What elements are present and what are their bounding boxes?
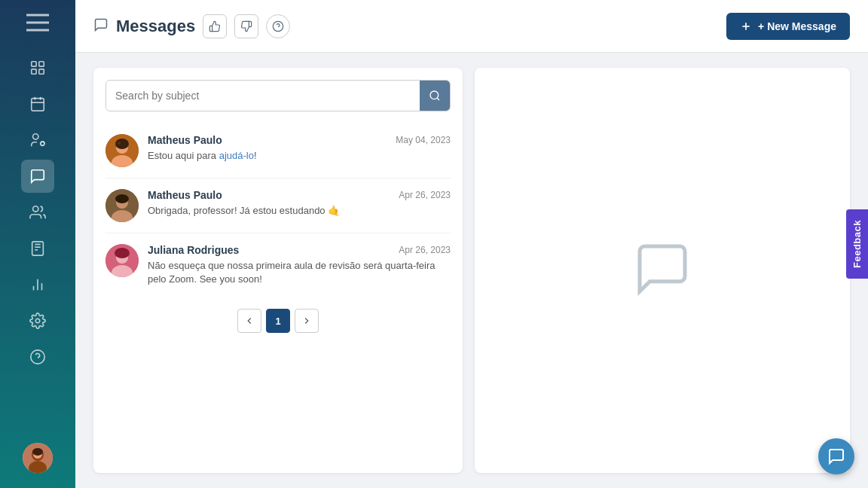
- sidebar-menu-toggle[interactable]: [23, 8, 53, 38]
- message-item[interactable]: Matheus Paulo May 04, 2023 Estou aqui pa…: [105, 124, 451, 178]
- sidebar-item-user-settings[interactable]: [21, 124, 54, 157]
- chat-support-button[interactable]: [818, 438, 854, 474]
- messages-icon: [93, 17, 108, 35]
- svg-rect-4: [39, 62, 44, 66]
- thumbup-button[interactable]: [203, 14, 227, 38]
- avatar: [105, 134, 139, 167]
- avatar: [105, 244, 139, 277]
- svg-point-38: [115, 139, 129, 149]
- current-page-button[interactable]: 1: [266, 309, 290, 333]
- svg-point-33: [430, 91, 439, 99]
- svg-rect-6: [39, 69, 44, 74]
- sender-name: Matheus Paulo: [148, 134, 222, 146]
- message-body: Matheus Paulo Apr 26, 2023 Obrigada, pro…: [148, 189, 451, 218]
- svg-point-13: [33, 206, 38, 212]
- sender-name: Juliana Rodrigues: [148, 244, 239, 256]
- message-header: Matheus Paulo May 04, 2023: [148, 134, 451, 146]
- message-date: Apr 26, 2023: [399, 190, 451, 200]
- sidebar-item-messages[interactable]: [21, 160, 54, 193]
- preview-link[interactable]: ajudá-lo: [219, 150, 254, 161]
- search-bar: [105, 80, 451, 111]
- chat-placeholder: [475, 68, 850, 473]
- sidebar-item-help[interactable]: [21, 340, 54, 374]
- search-button[interactable]: [420, 81, 450, 111]
- messages-panel: Matheus Paulo May 04, 2023 Estou aqui pa…: [93, 68, 463, 473]
- sidebar-item-contacts[interactable]: [21, 196, 54, 229]
- message-body: Matheus Paulo May 04, 2023 Estou aqui pa…: [148, 134, 451, 163]
- svg-line-34: [437, 98, 439, 100]
- svg-rect-14: [32, 242, 44, 255]
- sidebar-item-settings[interactable]: [21, 304, 54, 337]
- svg-point-47: [115, 248, 130, 258]
- svg-point-22: [31, 350, 44, 364]
- sender-name: Matheus Paulo: [148, 189, 222, 201]
- message-preview: Não esqueça que nossa primeira aula de r…: [148, 259, 451, 286]
- svg-rect-3: [32, 62, 36, 66]
- message-date: May 04, 2023: [396, 135, 451, 145]
- header-left: Messages: [93, 14, 290, 38]
- message-body: Juliana Rodrigues Apr 26, 2023 Não esque…: [148, 244, 451, 286]
- message-preview: Obrigada, professor! Já estou estudando …: [148, 204, 451, 218]
- new-message-button[interactable]: + New Message: [726, 13, 850, 40]
- sidebar: [0, 0, 75, 488]
- sidebar-item-analytics[interactable]: [21, 268, 54, 301]
- message-date: Apr 26, 2023: [399, 245, 451, 255]
- sidebar-bottom: [23, 443, 53, 480]
- content: Matheus Paulo May 04, 2023 Estou aqui pa…: [75, 53, 868, 488]
- pagination: 1: [105, 309, 451, 333]
- message-header: Juliana Rodrigues Apr 26, 2023: [148, 244, 451, 256]
- message-preview: Estou aqui para ajudá-lo!: [148, 149, 451, 163]
- message-list: Matheus Paulo May 04, 2023 Estou aqui pa…: [105, 124, 451, 297]
- sidebar-item-dashboard[interactable]: [21, 51, 54, 84]
- user-avatar[interactable]: [23, 443, 53, 473]
- svg-point-29: [274, 21, 283, 31]
- help-button[interactable]: [266, 14, 290, 38]
- sidebar-nav: [21, 51, 54, 443]
- sidebar-item-calendar[interactable]: [21, 87, 54, 120]
- svg-point-39: [118, 142, 121, 145]
- next-page-button[interactable]: [295, 309, 319, 333]
- svg-point-21: [35, 319, 40, 323]
- search-input[interactable]: [106, 82, 420, 109]
- main-area: Messages + New Message: [75, 0, 868, 488]
- svg-point-43: [115, 194, 129, 203]
- header: Messages + New Message: [75, 0, 868, 53]
- page-title: Messages: [116, 17, 195, 36]
- svg-rect-7: [32, 99, 44, 111]
- sidebar-item-notebook[interactable]: [21, 232, 54, 265]
- svg-point-11: [33, 134, 38, 139]
- thumbdown-button[interactable]: [234, 14, 258, 38]
- svg-rect-5: [32, 69, 36, 74]
- prev-page-button[interactable]: [237, 309, 261, 333]
- avatar: [105, 189, 139, 222]
- feedback-tab[interactable]: Feedback: [846, 209, 868, 279]
- svg-point-28: [32, 448, 43, 456]
- chat-bubble-icon: [632, 239, 692, 302]
- message-item[interactable]: Juliana Rodrigues Apr 26, 2023 Não esque…: [105, 233, 451, 297]
- message-header: Matheus Paulo Apr 26, 2023: [148, 189, 451, 201]
- message-item[interactable]: Matheus Paulo Apr 26, 2023 Obrigada, pro…: [105, 178, 451, 233]
